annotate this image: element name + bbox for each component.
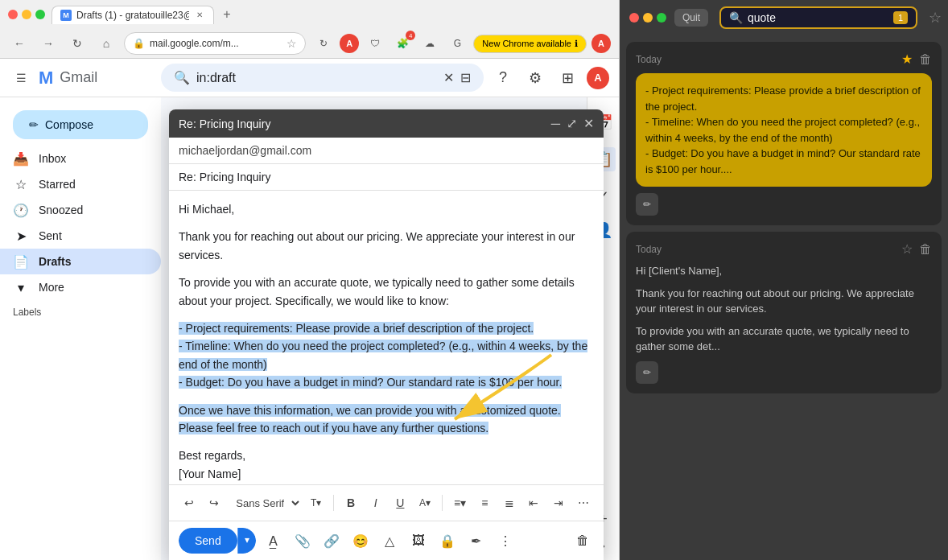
sidebar-item-label: Starred: [39, 178, 76, 191]
right-maximize-button[interactable]: [657, 13, 666, 23]
gmail-logo-m: M: [39, 68, 53, 89]
send-button-group: Send ▾: [179, 528, 256, 554]
sidebar-item-inbox[interactable]: 📥 Inbox: [0, 146, 161, 171]
quit-button[interactable]: Quit: [674, 9, 708, 27]
compose-body-highlighted: - Project requirements: Please provide a…: [179, 319, 594, 392]
send-button[interactable]: Send: [179, 528, 237, 554]
compose-body[interactable]: Hi Michael, Thank you for reaching out a…: [169, 191, 604, 484]
close-traffic-light[interactable]: [8, 10, 18, 19]
sidebar-item-more[interactable]: ▾ More: [0, 274, 161, 300]
align-button[interactable]: ≡▾: [449, 492, 471, 514]
snippet-card-1-trash-button[interactable]: 🗑: [919, 52, 932, 67]
profile-avatar[interactable]: A: [340, 34, 359, 53]
forward-button[interactable]: →: [37, 32, 60, 55]
insert-link-button[interactable]: 🔗: [320, 529, 343, 552]
gmail-search-bar[interactable]: 🔍 in:draft ✕ ⊟: [161, 64, 484, 92]
tab-title: Drafts (1) - gratatouille23@g: [76, 10, 189, 21]
active-tab[interactable]: M Drafts (1) - gratatouille23@g ✕: [52, 6, 214, 24]
apps-icon[interactable]: ⊞: [554, 65, 580, 91]
maximize-traffic-light[interactable]: [35, 10, 45, 19]
compose-footer: Send ▾ A̲ 📎 🔗 😊 △ 🖼 🔒 ✒ ⋮ 🗑: [169, 521, 604, 560]
right-close-button[interactable]: [629, 13, 639, 23]
snippet-card-2-star-button[interactable]: ☆: [901, 241, 913, 257]
snippet-card-1-star-button[interactable]: ★: [901, 51, 913, 67]
gmail-browser-window: M Drafts (1) - gratatouille23@g ✕ + ← → …: [0, 0, 620, 560]
attach-file-button[interactable]: 📎: [291, 529, 314, 552]
new-tab-button[interactable]: +: [217, 5, 237, 24]
right-search-input[interactable]: [748, 11, 888, 24]
extensions-button[interactable]: ↻: [312, 32, 335, 55]
snoozed-icon: 🕐: [13, 203, 29, 218]
expand-compose-button[interactable]: ⤢: [567, 116, 577, 131]
browser-chrome: M Drafts (1) - gratatouille23@g ✕ + ← → …: [0, 0, 619, 59]
snippet-card-1-edit-button[interactable]: ✏: [636, 193, 658, 216]
sidebar-item-drafts[interactable]: 📄 Drafts: [0, 249, 161, 274]
text-color-button[interactable]: A▾: [414, 492, 436, 514]
font-family-select[interactable]: Sans Serif: [228, 495, 302, 512]
snippet-card-2-header: Today ☆ 🗑: [636, 241, 932, 257]
more-formatting-button[interactable]: ⋯: [572, 492, 594, 514]
minimize-compose-button[interactable]: ─: [551, 117, 560, 131]
reload-button[interactable]: ↻: [66, 32, 89, 55]
address-bar[interactable]: 🔒 mail.google.com/m... ☆: [124, 32, 306, 55]
right-star-icon[interactable]: ☆: [929, 9, 942, 27]
compose-modal: Re: Pricing Inquiry ─ ⤢ ✕ michaeljordan@…: [169, 109, 604, 560]
translate-button[interactable]: G: [446, 32, 468, 55]
right-panel: Quit 🔍 1 ☆ ⚙ ⊙ Today ★ 🗑 - Project requi…: [620, 0, 948, 560]
back-button[interactable]: ←: [8, 32, 31, 55]
sidebar-item-snoozed[interactable]: 🕐 Snoozed: [0, 197, 161, 223]
search-filter-icon[interactable]: ⊟: [460, 70, 471, 85]
new-chrome-badge[interactable]: New Chrome available ℹ: [473, 35, 587, 53]
compose-to-field[interactable]: michaeljordan@gmail.com: [169, 138, 604, 164]
emoji-button[interactable]: 😊: [349, 529, 372, 552]
more-options-button[interactable]: ⋮: [494, 529, 517, 552]
unordered-list-button[interactable]: ≣: [499, 492, 521, 514]
right-titlebar: Quit 🔍 1 ☆ ⚙ ⊙: [620, 0, 948, 35]
format-text-button[interactable]: A̲: [262, 529, 285, 552]
right-search-bar[interactable]: 🔍 1: [719, 6, 917, 29]
browser-nav-bar: ← → ↻ ⌂ 🔒 mail.google.com/m... ☆ ↻ A 🛡 🧩…: [0, 29, 619, 58]
snippet-card-2: Today ☆ 🗑 Hi [Client's Name], Thank you …: [626, 232, 942, 393]
snippet-card-2-edit-button[interactable]: ✏: [636, 361, 658, 384]
indent-decrease-button[interactable]: ⇤: [523, 492, 545, 514]
sidebar-item-label: Sent: [39, 229, 62, 242]
underline-button[interactable]: U: [390, 492, 411, 514]
right-minimize-button[interactable]: [643, 13, 653, 23]
shield-icon[interactable]: 🛡: [364, 32, 386, 55]
close-compose-button[interactable]: ✕: [583, 116, 594, 131]
ordered-list-button[interactable]: ≡: [474, 492, 496, 514]
signature-button[interactable]: ✒: [465, 529, 488, 552]
photo-button[interactable]: 🖼: [407, 529, 430, 552]
italic-button[interactable]: I: [365, 492, 386, 514]
hamburger-menu-button[interactable]: ☰: [10, 67, 32, 89]
user-avatar[interactable]: A: [591, 34, 611, 53]
save-button[interactable]: ☁: [418, 32, 441, 55]
compose-button[interactable]: ✏ Compose: [13, 110, 148, 139]
search-close-icon[interactable]: ✕: [443, 70, 454, 85]
tab-favicon: M: [60, 10, 72, 21]
user-menu-avatar[interactable]: A: [587, 67, 609, 89]
settings-icon[interactable]: ⚙: [522, 65, 548, 91]
drive-button[interactable]: △: [378, 529, 401, 552]
highlighted-budget: - Budget: Do you have a budget in mind? …: [179, 376, 562, 389]
compose-subject-field[interactable]: Re: Pricing Inquiry: [169, 164, 604, 191]
extensions-area: 🧩 4: [391, 32, 414, 55]
discard-draft-button[interactable]: 🗑: [571, 529, 594, 552]
sidebar-item-starred[interactable]: ☆ Starred: [0, 171, 161, 197]
home-button[interactable]: ⌂: [95, 32, 117, 55]
tab-close-button[interactable]: ✕: [194, 10, 205, 21]
send-arrow-button[interactable]: ▾: [237, 528, 256, 554]
minimize-traffic-light[interactable]: [22, 10, 31, 19]
bold-button[interactable]: B: [340, 492, 362, 514]
sidebar-item-sent[interactable]: ➤ Sent: [0, 223, 161, 249]
lock-button[interactable]: 🔒: [436, 529, 459, 552]
compose-subject-value: Re: Pricing Inquiry: [179, 171, 270, 183]
text-size-button[interactable]: T▾: [305, 492, 327, 514]
help-icon[interactable]: ?: [490, 65, 516, 91]
snippet-card-2-trash-button[interactable]: 🗑: [919, 242, 932, 257]
sidebar-item-label: Inbox: [39, 152, 66, 165]
redo-button[interactable]: ↪: [204, 492, 225, 514]
right-header-icons: ☆ ⚙ ⊙: [929, 9, 948, 27]
undo-button[interactable]: ↩: [179, 492, 200, 514]
indent-increase-button[interactable]: ⇥: [548, 492, 570, 514]
